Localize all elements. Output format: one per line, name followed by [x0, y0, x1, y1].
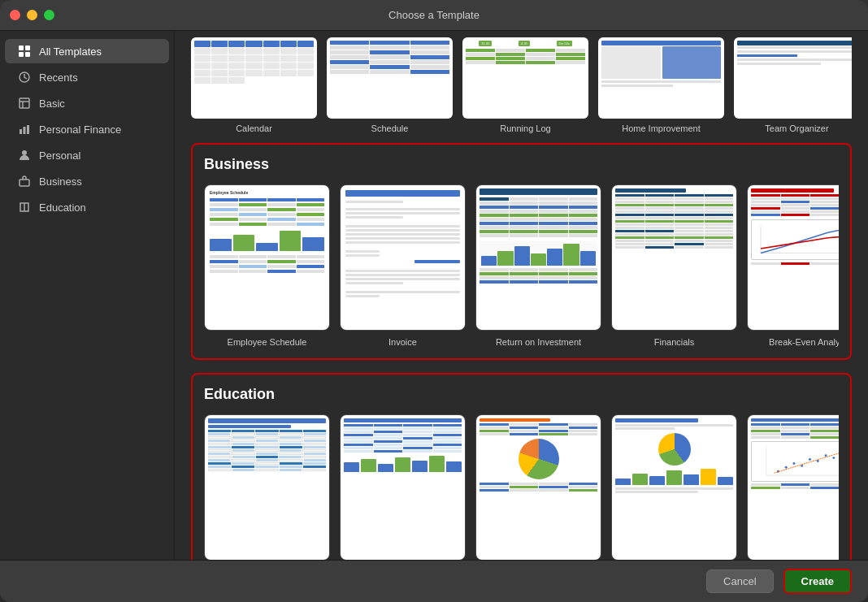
template-thumbnail-schedule: [327, 37, 453, 119]
template-label-schedule: Schedule: [371, 123, 409, 133]
template-item-team-organizer[interactable]: Team Organizer: [734, 37, 852, 133]
traffic-lights: [10, 10, 54, 20]
template-label-team-organizer: Team Organizer: [765, 123, 828, 133]
create-button[interactable]: Create: [783, 569, 852, 594]
template-item-running-log[interactable]: 31.85 4.35 6m 54s Running Log: [462, 37, 588, 133]
template-item-probability-lab[interactable]: Probability Lab: [611, 414, 737, 560]
template-thumbnail-team-organizer: [734, 37, 852, 119]
svg-rect-3: [25, 52, 30, 57]
sidebar-item-label: Basic: [39, 97, 65, 110]
template-thumbnail-attendance: [204, 414, 330, 560]
bottom-bar: Cancel Create: [0, 560, 868, 602]
template-thumbnail-financials: [611, 184, 737, 331]
sidebar-item-all-templates[interactable]: All Templates: [5, 39, 169, 63]
template-item-employee-schedule[interactable]: Employee Schedule: [204, 184, 330, 347]
svg-point-18: [785, 466, 788, 469]
template-thumbnail-probability-lab: [611, 414, 737, 560]
template-label-running-log: Running Log: [500, 123, 550, 133]
person-icon: [18, 149, 31, 162]
template-thumbnail-employee-schedule: Employee Schedule: [204, 184, 330, 331]
template-item-attendance[interactable]: Attendance: [204, 414, 330, 560]
svg-point-21: [809, 458, 811, 461]
svg-rect-2: [19, 52, 24, 57]
template-item-schedule[interactable]: Schedule: [327, 37, 453, 133]
template-label-financials: Financials: [654, 337, 695, 347]
title-bar: Choose a Template: [0, 0, 868, 31]
sidebar-item-label: Education: [39, 201, 86, 214]
svg-rect-10: [27, 125, 29, 134]
template-item-invoice[interactable]: Invoice: [340, 184, 466, 347]
svg-line-26: [775, 450, 840, 473]
svg-point-23: [825, 454, 827, 457]
template-thumbnail-home-improvement: [598, 37, 724, 119]
book-icon: [18, 201, 31, 214]
template-thumbnail-grade-book: [340, 414, 466, 560]
sidebar: All Templates Recents: [0, 31, 175, 560]
choose-template-dialog: Choose a Template All Templates: [0, 0, 868, 602]
sidebar-item-label: Recents: [39, 71, 78, 84]
grid-icon: [18, 45, 31, 58]
template-item-gpa[interactable]: GPA: [475, 414, 601, 560]
template-label-home-improvement: Home Improvement: [622, 123, 701, 133]
template-thumbnail-invoice: [340, 184, 466, 331]
template-thumbnail-calendar: [191, 37, 317, 119]
education-section-title: Education: [204, 386, 839, 403]
svg-point-19: [792, 462, 795, 465]
template-label-calendar: Calendar: [236, 123, 272, 133]
template-thumbnail-return-on-investment: [475, 184, 601, 331]
main-content: All Templates Recents: [0, 31, 868, 560]
maximize-button[interactable]: [44, 10, 54, 20]
template-item-home-improvement[interactable]: Home Improvement: [598, 37, 724, 133]
table-icon: [18, 97, 31, 110]
business-section-title: Business: [204, 156, 839, 173]
clock-icon: [18, 71, 31, 84]
sidebar-item-label: Personal Finance: [39, 123, 121, 136]
template-label-break-even-analysis: Break-Even Analysis: [769, 337, 839, 347]
sidebar-item-label: All Templates: [39, 45, 102, 58]
template-item-break-even-analysis[interactable]: Break-Even Analysis: [747, 184, 839, 347]
education-template-grid: Attendance: [204, 414, 839, 560]
sidebar-item-personal[interactable]: Personal: [5, 143, 169, 167]
minimize-button[interactable]: [27, 10, 37, 20]
top-template-row: Calendar S: [191, 31, 852, 143]
template-thumbnail-break-even-analysis: [747, 184, 839, 331]
template-thumbnail-correlation-project: [747, 414, 839, 560]
template-label-invoice: Invoice: [388, 337, 417, 347]
cancel-button[interactable]: Cancel: [706, 570, 773, 593]
template-item-correlation-project[interactable]: Correlation Project: [747, 414, 839, 560]
svg-point-11: [22, 150, 27, 155]
svg-point-20: [801, 465, 803, 467]
sidebar-item-label: Personal: [39, 149, 80, 162]
briefcase-icon: [18, 175, 31, 188]
close-button[interactable]: [10, 10, 20, 20]
template-thumbnail-running-log: 31.85 4.35 6m 54s: [462, 37, 588, 119]
sidebar-item-recents[interactable]: Recents: [5, 65, 169, 89]
sidebar-item-label: Business: [39, 175, 82, 188]
template-label-return-on-investment: Return on Investment: [496, 337, 581, 347]
svg-rect-1: [25, 45, 30, 50]
chart-icon: [18, 123, 31, 136]
svg-point-22: [817, 460, 819, 462]
sidebar-item-education[interactable]: Education: [5, 195, 169, 219]
education-section: Education: [191, 373, 852, 560]
sidebar-item-business[interactable]: Business: [5, 169, 169, 193]
template-item-grade-book[interactable]: Grade Book: [340, 414, 466, 560]
business-template-grid: Employee Schedule: [204, 184, 839, 347]
template-label-employee-schedule: Employee Schedule: [228, 337, 307, 347]
svg-rect-0: [19, 45, 24, 50]
template-item-financials[interactable]: Financials: [611, 184, 737, 347]
template-item-calendar[interactable]: Calendar: [191, 37, 317, 133]
sidebar-item-basic[interactable]: Basic: [5, 91, 169, 115]
content-area: Calendar S: [175, 31, 868, 560]
svg-rect-5: [20, 98, 29, 108]
sidebar-item-personal-finance[interactable]: Personal Finance: [5, 117, 169, 141]
template-thumbnail-gpa: [475, 414, 601, 560]
template-item-return-on-investment[interactable]: Return on Investment: [475, 184, 601, 347]
svg-rect-12: [20, 180, 29, 186]
svg-rect-8: [20, 129, 22, 134]
business-section: Business Employee Schedule: [191, 143, 852, 360]
svg-rect-9: [24, 127, 26, 134]
svg-point-24: [832, 457, 835, 459]
dialog-title: Choose a Template: [388, 9, 480, 21]
